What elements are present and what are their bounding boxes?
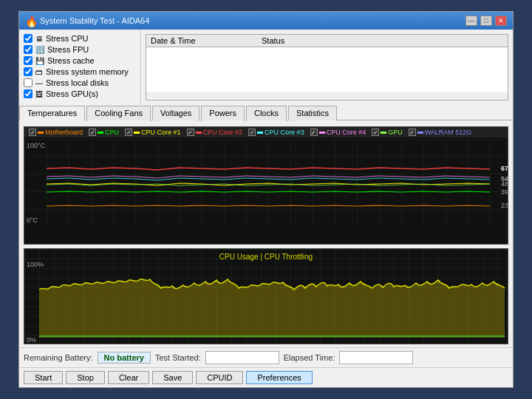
elapsed-label: Elapsed Time: xyxy=(284,353,335,362)
app-icon: 🔥 xyxy=(25,16,35,26)
start-button[interactable]: Start xyxy=(24,371,63,384)
stress-cpu-checkbox[interactable] xyxy=(24,34,33,43)
stress-cache-label: Stress cache xyxy=(47,56,95,65)
stress-gpu-item: 🖼 Stress GPU(s) xyxy=(24,89,136,98)
top-section: 🖥 Stress CPU 🔢 Stress FPU 💾 Stress cache… xyxy=(19,30,513,105)
temp-chart-svg: 100°C 0°C 67 54 xyxy=(24,139,508,226)
status-bar: Remaining Battery: No battery Test Start… xyxy=(19,347,513,367)
stress-cpu-item: 🖥 Stress CPU xyxy=(24,34,136,43)
stress-disks-label: Stress local disks xyxy=(46,78,109,87)
log-datetime-header: Date & Time xyxy=(151,36,262,45)
window-controls: — □ ✕ xyxy=(466,16,507,26)
tab-temperatures[interactable]: Temperatures xyxy=(19,106,85,120)
legend-cpu-core3: ✓ CPU Core #3 xyxy=(248,129,304,136)
titlebar-left: 🔥 System Stability Test - AIDA64 xyxy=(25,16,149,26)
legend-motherboard-label: Motherboard xyxy=(45,129,83,136)
val-48: 48 xyxy=(501,180,508,188)
test-started-field xyxy=(205,351,279,364)
tab-bar: Temperatures Cooling Fans Voltages Power… xyxy=(19,105,513,120)
preferences-button[interactable]: Preferences xyxy=(246,371,312,384)
legend-cpu-core4-label: CPU Core #4 xyxy=(327,129,366,136)
stress-fpu-checkbox[interactable] xyxy=(24,45,33,54)
clear-button[interactable]: Clear xyxy=(108,371,149,384)
legend-cpu-core2: ✓ CPU Core #2 xyxy=(187,129,243,136)
legend-walram-label: WALRAM 512G xyxy=(425,129,472,136)
stop-button[interactable]: Stop xyxy=(66,371,105,384)
main-window: 🔥 System Stability Test - AIDA64 — □ ✕ 🖥… xyxy=(18,11,514,388)
legend-walram: ✓ WALRAM 512G xyxy=(409,129,472,136)
log-table-header: Date & Time Status xyxy=(146,35,508,47)
usage-chart-svg: CPU Usage | CPU Throttling 100% 0% 66% 0… xyxy=(24,249,508,344)
stress-memory-checkbox[interactable] xyxy=(24,67,33,76)
temp-y-min: 0°C xyxy=(27,216,38,224)
stress-memory-label: Stress system memory xyxy=(46,67,129,76)
battery-label: Remaining Battery: xyxy=(24,353,93,362)
close-button[interactable]: ✕ xyxy=(495,16,507,26)
stress-disks-item: — Stress local disks xyxy=(24,78,136,87)
legend-gpu: ✓ GPU xyxy=(372,129,403,136)
legend-cpu-core2-label: CPU Core #2 xyxy=(203,129,243,136)
stress-memory-item: 🗃 Stress system memory xyxy=(24,67,136,76)
log-table: Date & Time Status xyxy=(146,34,508,100)
log-panel: Date & Time Status xyxy=(141,30,513,105)
elapsed-field xyxy=(339,351,413,364)
cpuid-button[interactable]: CPUID xyxy=(196,371,243,384)
stress-options-panel: 🖥 Stress CPU 🔢 Stress FPU 💾 Stress cache… xyxy=(19,30,141,105)
stress-disks-checkbox[interactable] xyxy=(24,78,33,87)
legend-gpu-label: GPU xyxy=(388,129,403,136)
stress-cache-checkbox[interactable] xyxy=(24,56,33,65)
legend-cpu-label: CPU xyxy=(105,129,119,136)
battery-value: No battery xyxy=(98,352,151,364)
legend-cpu-core3-label: CPU Core #3 xyxy=(265,129,304,136)
stress-fpu-label: Stress FPU xyxy=(47,45,89,54)
titlebar: 🔥 System Stability Test - AIDA64 — □ ✕ xyxy=(19,12,513,30)
temperature-chart: ✓ Motherboard ✓ CPU ✓ CPU Core #1 ✓ xyxy=(24,126,508,245)
val-67: 67 xyxy=(501,165,508,172)
test-started-label: Test Started: xyxy=(155,353,201,362)
tab-powers[interactable]: Powers xyxy=(201,106,245,120)
save-button[interactable]: Save xyxy=(152,371,193,384)
legend-cpu: ✓ CPU xyxy=(89,129,119,136)
temp-y-max: 100°C xyxy=(27,142,46,149)
tab-statistics[interactable]: Statistics xyxy=(288,106,337,120)
val-23: 23 xyxy=(501,202,508,209)
stress-gpu-label: Stress GPU(s) xyxy=(46,89,98,98)
legend-cpu-core1: ✓ CPU Core #1 xyxy=(125,129,181,136)
log-status-header: Status xyxy=(262,36,503,45)
minimize-button[interactable]: — xyxy=(466,16,477,26)
window-title: System Stability Test - AIDA64 xyxy=(40,16,149,25)
button-bar: Start Stop Clear Save CPUID Preferences xyxy=(19,367,513,387)
usage-chart-title: CPU Usage | CPU Throttling xyxy=(219,253,313,261)
svg-rect-0 xyxy=(24,139,508,226)
legend-cpu-core4: ✓ CPU Core #4 xyxy=(310,129,366,136)
usage-y-max: 100% xyxy=(27,261,44,268)
stress-cache-item: 💾 Stress cache xyxy=(24,56,136,65)
stress-gpu-checkbox[interactable] xyxy=(24,89,33,98)
maximize-button[interactable]: □ xyxy=(480,16,492,26)
tab-cooling-fans[interactable]: Cooling Fans xyxy=(86,106,151,120)
charts-area: ✓ Motherboard ✓ CPU ✓ CPU Core #1 ✓ xyxy=(19,123,513,347)
val-39: 39 xyxy=(501,188,508,196)
stress-cpu-label: Stress CPU xyxy=(46,34,88,43)
tab-voltages[interactable]: Voltages xyxy=(152,106,200,120)
cpu-usage-chart: CPU Usage | CPU Throttling 100% 0% 66% 0… xyxy=(24,248,508,344)
usage-y-min: 0% xyxy=(27,336,36,344)
stress-fpu-item: 🔢 Stress FPU xyxy=(24,45,136,54)
legend-motherboard: ✓ Motherboard xyxy=(29,129,83,136)
tab-clocks[interactable]: Clocks xyxy=(246,106,287,120)
temp-legend: ✓ Motherboard ✓ CPU ✓ CPU Core #1 ✓ xyxy=(24,127,508,137)
legend-cpu-core1-label: CPU Core #1 xyxy=(141,129,181,136)
